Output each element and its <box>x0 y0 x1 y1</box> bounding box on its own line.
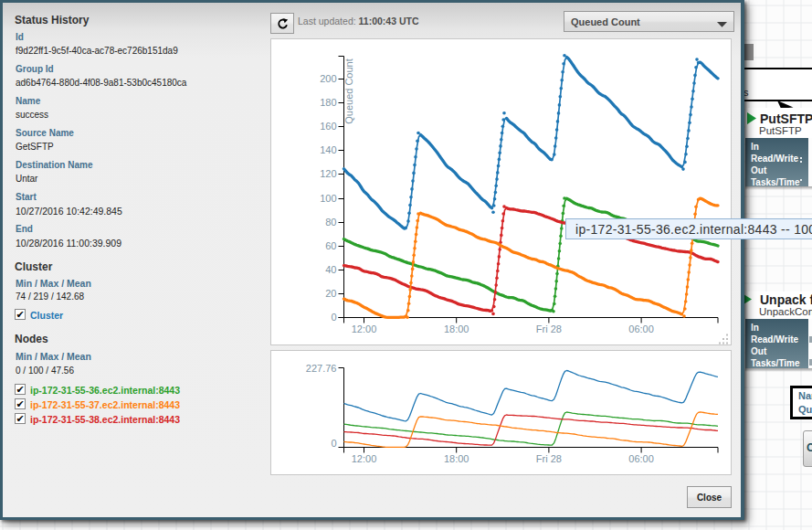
svg-text:12:00: 12:00 <box>352 323 377 334</box>
svg-text:20: 20 <box>325 288 336 299</box>
svg-text:0: 0 <box>331 438 336 449</box>
svg-text:18:00: 18:00 <box>444 453 469 464</box>
svg-text:200: 200 <box>320 73 336 84</box>
svg-text:180: 180 <box>320 97 336 108</box>
svg-text:227.76: 227.76 <box>306 363 337 374</box>
svg-text:06:00: 06:00 <box>628 453 654 464</box>
svg-text:Fri 28: Fri 28 <box>536 453 562 464</box>
svg-text:120: 120 <box>320 168 336 179</box>
svg-text:160: 160 <box>320 121 336 132</box>
svg-text:18:00: 18:00 <box>444 323 469 334</box>
svg-text:60: 60 <box>325 240 336 251</box>
svg-text:80: 80 <box>325 217 336 228</box>
svg-text:100: 100 <box>320 193 336 204</box>
svg-text:0: 0 <box>331 312 336 323</box>
svg-text:06:00: 06:00 <box>628 323 654 334</box>
svg-text:Fri 28: Fri 28 <box>536 323 562 334</box>
svg-text:12:00: 12:00 <box>352 453 377 464</box>
svg-text:Queued Count: Queued Count <box>343 58 354 124</box>
svg-text:40: 40 <box>325 264 336 275</box>
svg-text:140: 140 <box>320 144 336 155</box>
